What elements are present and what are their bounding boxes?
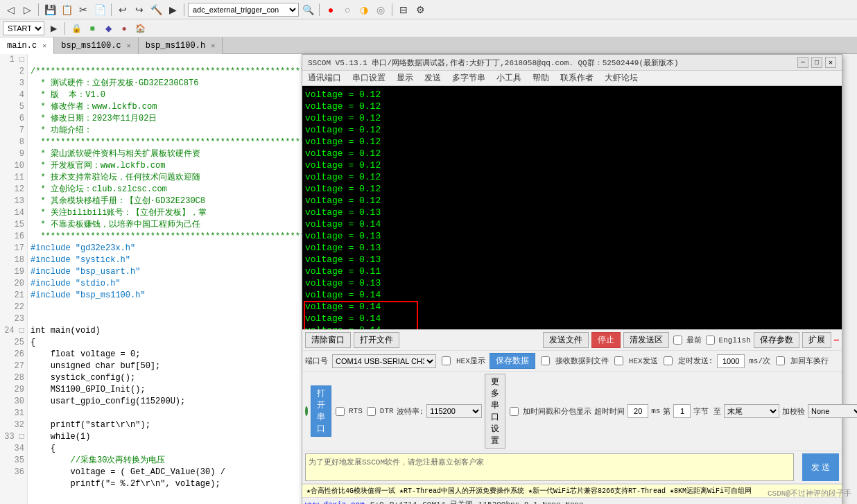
main-content: 1 □ 2 3 4 5 6 7 8 9 10 11 12 13 14 15 16… [0, 54, 857, 504]
circle-orange[interactable]: ◑ [356, 2, 372, 17]
serial-send-row: 为了更好地发展SSCOM软件，请您注册嘉立创客户家 发 送 [302, 451, 842, 484]
first-label: 最前 [686, 335, 702, 345]
hex-send-label: HEX发送 [629, 356, 658, 366]
circle-outline[interactable]: ○ [340, 2, 355, 17]
send-file-btn[interactable]: 发送文件 [543, 332, 589, 348]
serial-title-text: SSCOM V5.13.1 串口/网络数据调试器,作者:大虾丁丁,2618058… [308, 58, 679, 68]
timeout-label: 超时时间 [594, 406, 625, 417]
timed-value-input[interactable] [717, 354, 745, 368]
hex-send-cb[interactable] [614, 356, 623, 365]
tb-icon1[interactable]: 🔒 [69, 21, 83, 35]
baud-select[interactable]: 115200 [426, 404, 482, 418]
dtr-cb[interactable] [367, 407, 376, 416]
code-text[interactable]: /***************************************… [28, 54, 304, 504]
page-input[interactable] [673, 404, 691, 418]
baud-label: 波特率: [397, 406, 424, 417]
tab-close-main[interactable]: ✕ [42, 42, 46, 50]
add-newline-cb[interactable] [510, 407, 519, 416]
start-dropdown[interactable]: START [3, 21, 44, 35]
checksum-select[interactable]: None [808, 404, 857, 418]
layout-btn[interactable]: ⊟ [396, 2, 411, 17]
menu-forum[interactable]: 大虾论坛 [602, 72, 641, 84]
rts-cb[interactable] [336, 407, 345, 416]
minimize-btn[interactable]: ─ [797, 57, 808, 68]
clear-send-btn[interactable]: 清发送区 [623, 332, 669, 348]
tab-close-bsp-h[interactable]: ✕ [211, 42, 215, 50]
daxia-link[interactable]: www.daxia.com [305, 501, 365, 505]
menu-display[interactable]: 显示 [394, 72, 416, 84]
cut-btn[interactable]: ✂ [76, 2, 91, 17]
clear-window-btn[interactable]: 清除窗口 [305, 332, 351, 348]
build-btn[interactable]: 🔨 [148, 2, 164, 17]
bottom-promo-text: ★合高性价比4G模块值得一试 ★RT-Thread中国人的开源免费操作系统 ★新… [306, 487, 752, 495]
circle-multi[interactable]: ◎ [373, 2, 388, 17]
main-toolbar: ◁ ▷ 💾 📋 ✂ 📄 ↩ ↪ 🔨 ▶ adc_external_trigger… [0, 0, 857, 19]
copy-btn[interactable]: 📋 [59, 2, 74, 17]
send-data-btn[interactable]: 发 送 [802, 453, 839, 481]
tab-bsp-c[interactable]: bsp_ms1100.c ✕ [54, 37, 138, 54]
save-btn[interactable]: 💾 [42, 2, 58, 17]
save-params-btn[interactable]: 保存参数 [754, 332, 799, 348]
menu-help[interactable]: 帮助 [530, 72, 552, 84]
tab-close-bsp-c[interactable]: ✕ [127, 42, 131, 50]
editor-tabs: main.c ✕ bsp_ms1100.c ✕ bsp_ms1100.h ✕ [0, 37, 857, 54]
sscom-promo-area: 为了更好地发展SSCOM软件，请您注册嘉立创客户家 [305, 453, 794, 481]
tb-icon2[interactable]: ■ [85, 21, 99, 35]
serial-titlebar: SSCOM V5.13.1 串口/网络数据调试器,作者:大虾丁丁,2618058… [302, 55, 842, 71]
timed-unit: ms/次 [749, 356, 770, 366]
timed-send-label: 定时发送: [678, 356, 713, 366]
serial-status-bar: www.daxia.com S:0 R:4714 COM14 已关闭 11520… [302, 497, 842, 504]
back-btn[interactable]: ◁ [3, 2, 18, 17]
end-select[interactable]: 末尾 [724, 404, 779, 418]
port-select[interactable]: COM14 USB-SERIAL CH340 [332, 354, 436, 368]
menu-contact[interactable]: 联系作者 [557, 72, 596, 84]
menu-port-settings[interactable]: 串口设置 [349, 72, 388, 84]
open-port-btn[interactable]: 打开串口 [311, 385, 331, 437]
serial-controls: 清除窗口 打开文件 发送文件 停止 清发送区 最前 English 保存参数 扩… [302, 329, 842, 504]
search-btn[interactable]: 🔍 [300, 2, 315, 17]
more-settings-btn[interactable]: 更多串口设置 [485, 374, 505, 449]
run-btn[interactable]: ▶ [165, 2, 180, 17]
paste-btn[interactable]: 📄 [92, 2, 107, 17]
tb-icon4[interactable]: ● [117, 21, 131, 35]
project-dropdown[interactable]: adc_external_trigger_con [188, 3, 299, 17]
back-color-cb[interactable] [776, 356, 785, 365]
tab-label: bsp_ms1100.c [61, 41, 121, 51]
baud-status: 115200bps,8,1,None,None [478, 501, 584, 505]
rts-label: RTS [349, 407, 363, 415]
receive-file-label: 接收数据到文件 [555, 356, 609, 366]
settings-btn[interactable]: ⚙ [413, 2, 428, 17]
window-controls: ─ □ ✕ [797, 57, 836, 68]
tb-icon3[interactable]: ◆ [101, 21, 115, 35]
hex-display-label: HEX显示 [456, 356, 485, 366]
timed-send-cb[interactable] [664, 356, 673, 365]
receive-file-cb[interactable] [541, 356, 550, 365]
maximize-btn[interactable]: □ [811, 57, 822, 68]
first-checkbox[interactable] [673, 336, 682, 345]
menu-tools[interactable]: 小工具 [494, 72, 524, 84]
open-file-btn[interactable]: 打开文件 [354, 332, 399, 348]
save-data-btn[interactable]: 保存数据 [490, 353, 535, 369]
serial-output[interactable]: voltage = 0.12voltage = 0.12voltage = 0.… [302, 86, 842, 329]
forward-btn[interactable]: ▷ [19, 2, 35, 17]
english-checkbox[interactable] [706, 336, 715, 345]
menu-send[interactable]: 发送 [422, 72, 444, 84]
close-btn[interactable]: ✕ [825, 57, 836, 68]
timeout-input[interactable] [627, 404, 648, 418]
serial-row2: 端口号 COM14 USB-SERIAL CH340 HEX显示 保存数据 接收… [302, 351, 842, 372]
tab-main-c[interactable]: main.c ✕ [0, 37, 54, 54]
menu-multi-byte[interactable]: 多字节串 [449, 72, 488, 84]
tab-bsp-h[interactable]: bsp_ms1100.h ✕ [139, 37, 223, 54]
undo-btn[interactable]: ↩ [115, 2, 130, 17]
hex-display-cb[interactable] [442, 356, 451, 365]
play-btn[interactable]: ▶ [46, 21, 60, 35]
menu-port[interactable]: 通讯端口 [305, 72, 344, 84]
redo-btn[interactable]: ↪ [132, 2, 147, 17]
checksum-label: 加校验 [782, 406, 805, 417]
back-color-label: 加回车换行 [790, 356, 829, 366]
stop-btn[interactable]: 停止 [591, 332, 621, 348]
circle-red[interactable]: ● [323, 2, 338, 17]
expand-btn[interactable]: 扩展 [802, 332, 831, 348]
tab-label: bsp_ms1100.h [146, 41, 205, 51]
tb-icon5[interactable]: 🏠 [133, 21, 147, 35]
